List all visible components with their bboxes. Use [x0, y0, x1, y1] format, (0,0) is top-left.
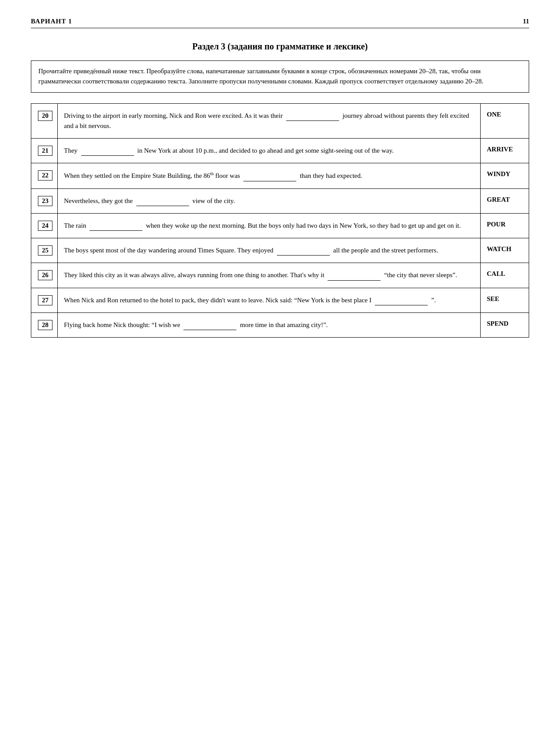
answer-blank: [277, 249, 330, 256]
exercise-number: 26: [38, 270, 52, 280]
exercise-text-cell: They liked this city as it was always al…: [58, 263, 481, 288]
exercise-number: 23: [38, 196, 52, 206]
answer-blank: [375, 299, 428, 305]
exercise-row: 24The rain when they woke up the next mo…: [31, 213, 529, 238]
instruction-text: Прочитайте приведённый ниже текст. Преоб…: [38, 68, 483, 85]
exercise-row: 28Flying back home Nick thought: “I wish…: [31, 312, 529, 337]
exercise-number-cell: 25: [31, 238, 58, 263]
exercise-row: 25The boys spent most of the day wanderi…: [31, 238, 529, 263]
answer-blank: [183, 323, 236, 330]
exercise-text-cell: The boys spent most of the day wandering…: [58, 238, 481, 263]
exercise-word-cell: CALL: [481, 263, 529, 288]
answer-blank: [81, 149, 134, 156]
exercise-number: 27: [38, 295, 52, 305]
exercise-text-cell: Nevertheless, they got the view of the c…: [58, 188, 481, 213]
exercise-number: 25: [38, 245, 52, 256]
exercise-word-cell: ARRIVE: [481, 139, 529, 163]
exercise-row: 21They in New York at about 10 p.m., and…: [31, 139, 529, 163]
exercises-table: 20Driving to the airport in early mornin…: [31, 103, 529, 338]
instruction-box: Прочитайте приведённый ниже текст. Преоб…: [31, 60, 529, 93]
exercise-number-cell: 23: [31, 188, 58, 213]
exercise-word-cell: WATCH: [481, 238, 529, 263]
section-title: Раздел 3 (задания по грамматике и лексик…: [31, 41, 529, 52]
exercise-number-cell: 27: [31, 288, 58, 312]
exercise-text-cell: When Nick and Ron returned to the hotel …: [58, 288, 481, 312]
exercise-row: 20Driving to the airport in early mornin…: [31, 103, 529, 139]
answer-blank: [90, 224, 142, 231]
exercise-number: 28: [38, 320, 52, 330]
exercise-number: 21: [38, 146, 52, 156]
answer-blank: [136, 199, 189, 206]
exercise-row: 22When they settled on the Empire State …: [31, 163, 529, 188]
page-number: 11: [523, 18, 529, 25]
exercise-text-cell: Driving to the airport in early morning,…: [58, 103, 481, 139]
exercise-word-cell: ONE: [481, 103, 529, 139]
exercise-number-cell: 26: [31, 263, 58, 288]
exercise-text-cell: When they settled on the Empire State Bu…: [58, 163, 481, 188]
answer-blank: [243, 175, 296, 181]
exercise-word-cell: SPEND: [481, 312, 529, 337]
exercise-number-cell: 28: [31, 312, 58, 337]
answer-blank: [328, 274, 381, 281]
exercise-text-cell: Flying back home Nick thought: “I wish w…: [58, 312, 481, 337]
exercise-row: 26They liked this city as it was always …: [31, 263, 529, 288]
exercise-row: 27When Nick and Ron returned to the hote…: [31, 288, 529, 312]
exercise-word-cell: WINDY: [481, 163, 529, 188]
answer-blank: [286, 114, 339, 121]
exercise-word-cell: GREAT: [481, 188, 529, 213]
exercise-number-cell: 22: [31, 163, 58, 188]
exercise-number-cell: 20: [31, 103, 58, 139]
exercise-number: 24: [38, 221, 52, 231]
variant-label: ВАРИАНТ 1: [31, 18, 72, 25]
exercise-text-cell: The rain when they woke up the next morn…: [58, 213, 481, 238]
exercise-number: 20: [38, 111, 52, 121]
exercise-text-cell: They in New York at about 10 p.m., and d…: [58, 139, 481, 163]
exercise-word-cell: POUR: [481, 213, 529, 238]
exercise-row: 23Nevertheless, they got the view of the…: [31, 188, 529, 213]
exercise-word-cell: SEE: [481, 288, 529, 312]
exercise-number-cell: 21: [31, 139, 58, 163]
exercise-number: 22: [38, 170, 52, 181]
exercise-number-cell: 24: [31, 213, 58, 238]
